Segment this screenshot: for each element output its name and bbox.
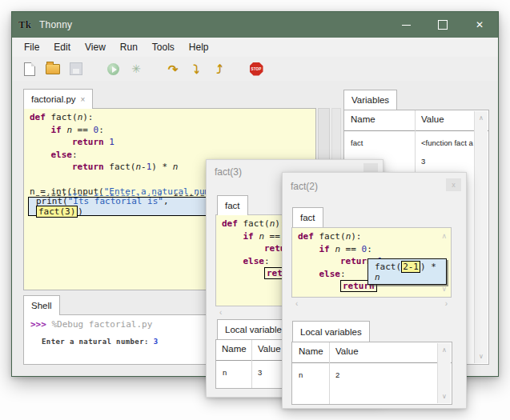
menu-view[interactable]: View [78,39,113,55]
current-statement-tokens: print("Its factorial is", fact(3)) [36,196,207,217]
open-file-button[interactable] [45,61,61,77]
frame2-tab-local-variables[interactable]: Local variables [292,321,370,342]
shell-program-output: Enter a natural number: [42,338,154,346]
menu-tools[interactable]: Tools [145,39,182,55]
step-over-icon: ↷ [168,63,179,75]
run-play-icon [107,63,119,75]
scroll-left-icon[interactable]: ‹ [295,299,298,308]
stop-sign-icon: STOP [250,62,263,76]
shell-command-line: >>> %Debug factorial.py [30,319,152,330]
frame3-title: fact(3) [215,166,242,178]
frame2-locals-table: Name Value n2 ∧ ∨ [291,342,452,405]
minimize-icon [402,25,411,26]
shell-tab-label: Shell [31,301,52,310]
step-out-button[interactable]: ⤴ [211,61,227,77]
frame2-close-icon: x [452,181,456,189]
frame-window-fact2[interactable]: fact(2) x fact def fact(n): if n == 0: r… [282,172,467,409]
step-out-icon: ⤴ [216,63,223,75]
shell-user-input: 3 [154,338,159,346]
frame2-tab-label: fact [300,213,315,222]
thonny-app-icon: Tk [18,18,33,31]
shell-io-line: Enter a natural number: 3 [42,338,158,346]
variables-scrollbar[interactable]: ∧ ∨ [474,111,488,363]
new-file-icon [24,62,35,76]
frame2-locals-rows: n2 [292,366,437,404]
shell-prompt: >>> [30,319,46,330]
frame2-locals-tab-label: Local variables [300,327,362,337]
step-into-icon: ⤵ [193,63,199,75]
close-icon: ✕ [476,20,484,30]
tab-close-icon[interactable]: × [81,95,86,104]
frame2-close-button[interactable]: x [446,178,461,191]
scroll-right-icon[interactable]: › [445,299,448,308]
scroll-up-icon[interactable]: ∧ [441,232,447,240]
maximize-button[interactable] [424,12,461,38]
toolbar: ✳ ↷ ⤵ ⤴ STOP [12,57,498,81]
current-statement-box: print("Its factorial is", fact(3)) [28,197,207,216]
menu-run[interactable]: Run [113,39,145,55]
scroll-up-icon[interactable]: ∧ [438,346,451,354]
shell-command: %Debug factorial.py [52,319,153,330]
variables-tab-label: Variables [351,95,389,105]
column-value[interactable]: Value [258,344,281,354]
editor-tab-label: factorial.py [31,94,76,104]
open-folder-icon [46,64,60,74]
stop-button[interactable]: STOP [248,61,264,77]
minimize-button[interactable] [388,12,424,38]
frame2-tab-fact[interactable]: fact [292,207,323,227]
frame2-locals-scrollbar[interactable]: ∧ ∨ [437,343,451,403]
save-file-button[interactable] [68,61,84,77]
maximize-icon [438,20,448,30]
debug-script-button[interactable]: ✳ [128,61,144,77]
table-row[interactable]: n2 [292,366,437,384]
table-row[interactable]: fact<function fact a [344,134,474,152]
title-bar[interactable]: Tk Thonny ✕ [12,12,498,38]
scroll-left-icon[interactable]: ‹ [219,308,222,317]
column-value[interactable]: Value [421,114,444,124]
step-into-button[interactable]: ⤵ [188,61,204,77]
step-over-button[interactable]: ↷ [165,61,181,77]
tab-shell[interactable]: Shell [23,295,60,315]
tab-factorial-py[interactable]: factorial.py × [23,89,93,109]
menu-bar: File Edit View Run Tools Help [12,38,498,57]
frame2-title: fact(2) [291,181,318,192]
new-file-button[interactable] [22,61,38,77]
column-name[interactable]: Name [351,114,375,124]
menu-edit[interactable]: Edit [46,39,78,55]
window-title: Thonny [39,19,72,30]
debug-burst-icon: ✳ [131,62,141,75]
editor-code-lines: def fact(n): if n == 0: return 1 else: r… [30,112,226,199]
frame2-horizontal-scrollbar[interactable]: ‹ › [291,298,452,309]
evaluated-expression-tokens: fact(2-1) * n [375,262,446,282]
scroll-down-icon[interactable]: ∨ [441,285,447,293]
frame3-locals-tab-label: Local variables [225,325,287,334]
menu-help[interactable]: Help [182,39,216,55]
save-disk-icon [70,62,82,75]
variables-table-header: Name Value [344,110,488,131]
run-script-button[interactable] [105,61,121,77]
scroll-up-icon[interactable]: ∧ [475,114,488,122]
frame3-tab-fact[interactable]: fact [217,195,248,215]
tab-variables[interactable]: Variables [343,90,397,110]
scroll-down-icon[interactable]: ∨ [475,353,488,360]
column-name[interactable]: Name [222,344,247,354]
scroll-down-icon[interactable]: ∨ [438,393,451,400]
column-value[interactable]: Value [335,346,359,356]
column-name[interactable]: Name [299,346,323,356]
close-button[interactable]: ✕ [461,12,498,38]
menu-file[interactable]: File [17,39,46,55]
frame3-tab-label: fact [225,201,240,210]
evaluated-expression-box: fact(2-1) * n [367,258,447,285]
